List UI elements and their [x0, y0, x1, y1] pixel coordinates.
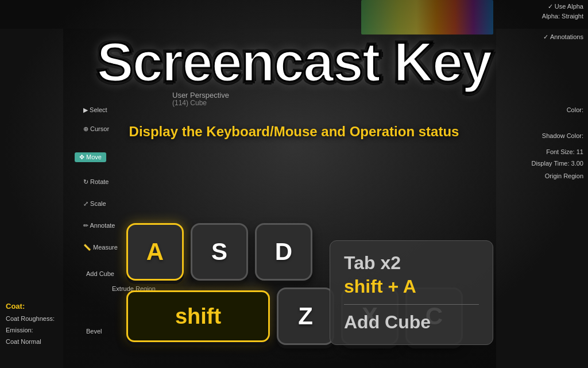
key-d[interactable]: D	[255, 223, 312, 281]
key-shift[interactable]: shift	[126, 290, 270, 342]
info-panel: Tab x2 shift + A Add Cube	[330, 240, 493, 345]
key-a[interactable]: A	[126, 223, 184, 281]
key-s[interactable]: S	[191, 223, 248, 281]
app-title: Screencast Key	[0, 34, 588, 90]
key-z[interactable]: Z	[277, 288, 334, 345]
info-divider	[344, 304, 479, 305]
info-line1: Tab x2	[344, 252, 479, 274]
main-content: Screencast Key Display the Keyboard/Mous…	[0, 0, 588, 368]
info-line3: Add Cube	[344, 312, 479, 333]
info-line2: shift + A	[344, 276, 479, 297]
app-subtitle: Display the Keyboard/Mouse and Operation…	[0, 124, 588, 140]
